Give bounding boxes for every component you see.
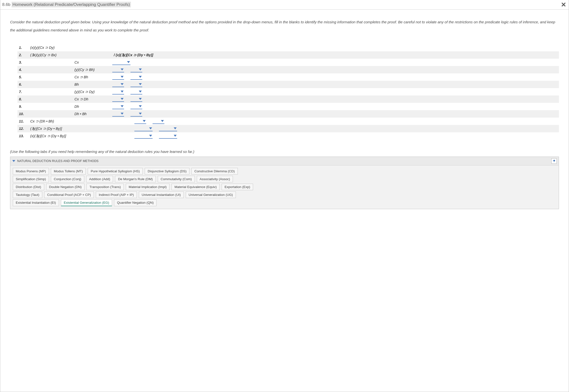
- rule-tab[interactable]: Conditional Proof (ACP + CP): [44, 192, 94, 198]
- rule-tab[interactable]: Indirect Proof (AIP + IP): [96, 192, 137, 198]
- rule-tab[interactable]: Quantifier Negation (QN): [114, 199, 157, 206]
- chevron-down-icon: [121, 83, 124, 85]
- justification-dropdown[interactable]: [112, 60, 131, 65]
- row-number: 13.: [19, 134, 30, 138]
- rule-tab[interactable]: Commutativity (Com): [158, 176, 195, 182]
- proof-row: 12.(∃y)[Cx ⊃ (Dy • By)]: [17, 125, 559, 132]
- justification-dropdown[interactable]: [131, 68, 142, 72]
- content-area: Consider the natural deduction proof giv…: [0, 10, 569, 214]
- rule-tab[interactable]: Exportation (Exp): [222, 184, 253, 190]
- rule-tab[interactable]: Transposition (Trans): [87, 184, 124, 190]
- justification-dropdown[interactable]: [134, 134, 153, 139]
- justification-dropdown[interactable]: [112, 82, 124, 87]
- justification-dropdown[interactable]: [159, 134, 177, 139]
- chevron-down-icon: [174, 127, 177, 129]
- chevron-down-icon: [139, 113, 142, 115]
- justification-dropdown[interactable]: [112, 75, 124, 80]
- rule-tab[interactable]: Existential Instantiation (EI): [13, 199, 59, 206]
- rule-tab[interactable]: Tautology (Taut): [13, 192, 42, 198]
- page-container: 8.6b Homework (Relational Predicate/Over…: [0, 0, 569, 392]
- row-number: 4.: [19, 68, 30, 72]
- justification-dropdown[interactable]: [112, 112, 124, 117]
- formula-col-b: (y)(Cx ⊃ Dy): [74, 90, 111, 94]
- rule-tab[interactable]: Addition (Add): [86, 176, 113, 182]
- conclusion-formula: / (x)(∃y)[Cx ⊃ (Dy • By)]: [114, 53, 153, 57]
- proof-row: 11.Cx ⊃ (Dh • Bh): [17, 118, 559, 125]
- proof-row: 5.Cx ⊃ Bh: [17, 73, 559, 81]
- chevron-down-icon: [121, 69, 124, 70]
- rule-tab[interactable]: Double Negation (DN): [46, 184, 85, 190]
- row-number: 11.: [19, 119, 30, 123]
- justification-dropdown[interactable]: [134, 126, 153, 131]
- rule-tab[interactable]: Associativity (Assoc): [197, 176, 233, 182]
- justification-dropdown[interactable]: [112, 90, 124, 95]
- chevron-down-icon: [149, 127, 152, 129]
- row-number: 10.: [19, 112, 30, 116]
- rule-tab[interactable]: Existential Generalization (EG): [61, 199, 112, 206]
- row-number: 7.: [19, 90, 30, 94]
- justification-dropdown[interactable]: [131, 82, 142, 87]
- chevron-down-icon: [149, 135, 152, 137]
- row-number: 6.: [19, 83, 30, 86]
- rule-tab[interactable]: Pure Hypothetical Syllogism (HS): [88, 168, 143, 175]
- tab-row: Simplification (Simp)Conjunction (Conj)A…: [13, 176, 556, 184]
- chevron-down-icon: [121, 91, 124, 93]
- justification-dropdown[interactable]: [112, 104, 124, 109]
- formula-col-b: Cx ⊃ Dh: [74, 97, 111, 101]
- title-highlighted: Homework (Relational Predicate/Overlappi…: [12, 2, 131, 7]
- rule-tab[interactable]: Distribution (Dist): [13, 184, 44, 190]
- chevron-down-icon: [12, 160, 15, 162]
- proof-row: 2.(∃x)(y)(Cy ⊃ Bx)/ (x)(∃y)[Cx ⊃ (Dy • B…: [17, 51, 559, 59]
- justification-dropdown[interactable]: [131, 104, 142, 109]
- justification-dropdown[interactable]: [131, 112, 142, 117]
- chevron-down-icon: [139, 91, 142, 93]
- proof-table: 1.(x)(y)(Cx ⊃ Dy)2.(∃x)(y)(Cy ⊃ Bx)/ (x)…: [17, 44, 559, 140]
- justification-dropdown[interactable]: [131, 97, 142, 102]
- chevron-down-icon: [121, 76, 124, 78]
- row-number: 1.: [19, 46, 30, 50]
- chevron-down-icon: [161, 120, 164, 122]
- justification-dropdown[interactable]: [112, 97, 124, 102]
- justification-dropdown[interactable]: [134, 119, 146, 124]
- rule-tab[interactable]: Constructive Dilemma (CD): [191, 168, 238, 175]
- rule-tab[interactable]: Universal Instantiation (UI): [139, 192, 184, 198]
- rules-panel-header[interactable]: NATURAL DEDUCTION RULES AND PROOF METHOD…: [10, 157, 559, 166]
- close-icon[interactable]: ✕: [561, 1, 566, 8]
- justification-dropdown[interactable]: [131, 90, 142, 95]
- pin-icon: [552, 159, 556, 163]
- rule-tab[interactable]: Universal Generalization (UG): [186, 192, 236, 198]
- rule-tab[interactable]: De Morgan's Rule (DM): [115, 176, 156, 182]
- pin-button[interactable]: [551, 158, 557, 164]
- justification-dropdown[interactable]: [112, 68, 124, 72]
- rule-tab[interactable]: Material Implication (Impl): [126, 184, 170, 190]
- justification-cell: [111, 97, 148, 102]
- chevron-down-icon: [127, 61, 130, 63]
- formula-col-a: (x)(∃y)[Cx ⊃ (Dy • By)]: [30, 134, 74, 138]
- justification-dropdown[interactable]: [159, 126, 177, 131]
- chevron-down-icon: [121, 98, 124, 100]
- rules-panel: NATURAL DEDUCTION RULES AND PROOF METHOD…: [10, 157, 559, 209]
- row-number: 9.: [19, 105, 30, 109]
- tab-row: Tautology (Taut)Conditional Proof (ACP +…: [13, 192, 556, 199]
- rule-tab[interactable]: Material Equivalence (Equiv): [172, 184, 220, 190]
- rules-panel-title: NATURAL DEDUCTION RULES AND PROOF METHOD…: [17, 159, 99, 163]
- rules-tabs: Modus Ponens (MP)Modus Tollens (MT)Pure …: [10, 166, 559, 209]
- rule-tab[interactable]: Simplification (Simp): [13, 176, 49, 182]
- rule-tab[interactable]: Modus Tollens (MT): [51, 168, 86, 175]
- justification-dropdown[interactable]: [131, 75, 142, 80]
- formula-col-b: Dh • Bh: [74, 112, 111, 116]
- formula-col-b: (y)(Cy ⊃ Bh): [74, 68, 111, 72]
- chevron-down-icon: [139, 76, 142, 78]
- row-number: 3.: [19, 60, 30, 64]
- rule-tab[interactable]: Disjunctive Syllogism (DS): [145, 168, 190, 175]
- proof-row: 3.Cx: [17, 59, 559, 66]
- rule-tab[interactable]: Modus Ponens (MP): [13, 168, 49, 175]
- rule-tab[interactable]: Conjunction (Conj): [51, 176, 84, 182]
- justification-dropdown[interactable]: [153, 119, 164, 124]
- formula-col-a: (x)(y)(Cx ⊃ Dy): [30, 46, 74, 50]
- justification-cell: [133, 119, 170, 124]
- proof-row: 6.Bh: [17, 81, 559, 88]
- chevron-down-icon: [143, 120, 146, 122]
- formula-col-b: Cx: [74, 60, 111, 64]
- formula-col-b: Cx ⊃ Bh: [74, 75, 111, 79]
